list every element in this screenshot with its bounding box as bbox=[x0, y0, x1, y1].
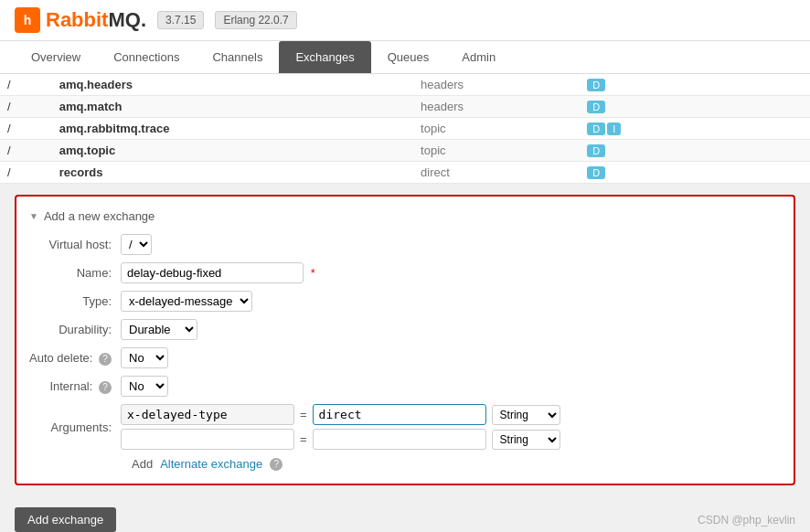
name-cell: amq.topic bbox=[52, 140, 413, 162]
name-control: * bbox=[121, 262, 315, 283]
version-badge: 3.7.15 bbox=[157, 11, 204, 29]
auto-delete-select[interactable]: No Yes bbox=[121, 347, 168, 368]
arg1-row: = String Number Boolean List bbox=[121, 404, 560, 425]
type-cell: headers bbox=[413, 96, 580, 118]
nav-admin[interactable]: Admin bbox=[445, 41, 512, 73]
eq-sign-2: = bbox=[300, 432, 307, 446]
internal-select[interactable]: No Yes bbox=[121, 376, 168, 397]
virtual-host-control: / bbox=[121, 234, 152, 255]
auto-delete-label: Auto delete: ? bbox=[29, 351, 121, 366]
arg2-type-select[interactable]: String Number Boolean List bbox=[492, 430, 560, 450]
arg2-val-input[interactable] bbox=[313, 429, 486, 450]
durability-control: Durable Transient bbox=[121, 319, 197, 340]
type-row: Type: x-delayed-message direct fanout he… bbox=[29, 291, 781, 312]
arguments-row: Arguments: = String Number Boolean List … bbox=[29, 404, 781, 450]
internal-control: No Yes bbox=[121, 376, 168, 397]
arg1-key-input[interactable] bbox=[121, 404, 294, 425]
durability-label: Durability: bbox=[29, 323, 121, 336]
badge-cell: D bbox=[580, 162, 725, 184]
type-cell: topic bbox=[413, 118, 580, 140]
badge-cell: D bbox=[580, 96, 725, 118]
arg2-key-input[interactable] bbox=[121, 429, 294, 450]
internal-label: Internal: ? bbox=[29, 379, 121, 394]
alternate-exchange-link[interactable]: Alternate exchange bbox=[160, 457, 262, 471]
erlang-badge: Erlang 22.0.7 bbox=[215, 11, 296, 29]
vhost-cell: / bbox=[0, 140, 52, 162]
arg1-val-input[interactable] bbox=[313, 404, 486, 425]
logo: h RabbitMQ. bbox=[15, 7, 146, 33]
nav-connections[interactable]: Connections bbox=[97, 41, 196, 73]
durability-select[interactable]: Durable Transient bbox=[121, 319, 197, 340]
durability-row: Durability: Durable Transient bbox=[29, 319, 781, 340]
badge-cell: D bbox=[580, 74, 725, 96]
name-cell: amq.match bbox=[52, 96, 413, 118]
badge-cell: DI bbox=[580, 118, 725, 140]
add-exchange-form: Add a new exchange Virtual host: / Name:… bbox=[15, 195, 795, 485]
exchanges-table: / amq.headers headers D / amq.match head… bbox=[0, 74, 810, 184]
auto-delete-row: Auto delete: ? No Yes bbox=[29, 347, 781, 368]
internal-row: Internal: ? No Yes bbox=[29, 376, 781, 397]
auto-delete-help-icon[interactable]: ? bbox=[99, 353, 112, 366]
name-label: Name: bbox=[29, 266, 121, 280]
section-title: Add a new exchange bbox=[29, 209, 781, 223]
virtual-host-label: Virtual host: bbox=[29, 238, 121, 251]
nav: Overview Connections Channels Exchanges … bbox=[0, 41, 810, 74]
vhost-cell: / bbox=[0, 96, 52, 118]
nav-exchanges[interactable]: Exchanges bbox=[279, 41, 370, 73]
name-cell: amq.headers bbox=[52, 74, 413, 96]
alt-exchange-help-icon[interactable]: ? bbox=[270, 458, 282, 471]
nav-overview[interactable]: Overview bbox=[15, 41, 97, 73]
type-control: x-delayed-message direct fanout headers … bbox=[121, 291, 252, 312]
auto-delete-control: No Yes bbox=[121, 347, 168, 368]
table-row: / amq.topic topic D bbox=[0, 140, 810, 162]
arguments-label: Arguments: bbox=[29, 420, 121, 434]
name-cell: records bbox=[52, 162, 413, 184]
type-label: Type: bbox=[29, 294, 121, 308]
table-row: / amq.match headers D bbox=[0, 96, 810, 118]
header: h RabbitMQ. 3.7.15 Erlang 22.0.7 bbox=[0, 0, 810, 41]
add-exchange-button[interactable]: Add exchange bbox=[15, 507, 116, 532]
logo-icon: h bbox=[15, 7, 40, 33]
bottom-row: Add Alternate exchange ? bbox=[29, 457, 781, 471]
nav-channels[interactable]: Channels bbox=[196, 41, 279, 73]
table-row: / amq.rabbitmq.trace topic DI bbox=[0, 118, 810, 140]
table-row: / records direct D bbox=[0, 162, 810, 184]
internal-help-icon[interactable]: ? bbox=[99, 381, 112, 394]
name-row: Name: * bbox=[29, 262, 781, 283]
vhost-cell: / bbox=[0, 74, 52, 96]
type-cell: headers bbox=[413, 74, 580, 96]
type-cell: direct bbox=[413, 162, 580, 184]
add-link: Add bbox=[132, 457, 153, 471]
vhost-cell: / bbox=[0, 162, 52, 184]
table-row: / amq.headers headers D bbox=[0, 74, 810, 96]
virtual-host-select[interactable]: / bbox=[121, 234, 152, 255]
arg2-row: = String Number Boolean List bbox=[121, 429, 560, 450]
type-select[interactable]: x-delayed-message direct fanout headers … bbox=[121, 291, 252, 312]
footer: Add exchange CSDN @php_kevlin bbox=[0, 496, 810, 532]
name-cell: amq.rabbitmq.trace bbox=[52, 118, 413, 140]
virtual-host-row: Virtual host: / bbox=[29, 234, 781, 255]
arguments-control: = String Number Boolean List = String Nu… bbox=[121, 404, 560, 450]
badge-cell: D bbox=[580, 140, 725, 162]
type-cell: topic bbox=[413, 140, 580, 162]
name-input[interactable] bbox=[121, 262, 304, 283]
watermark: CSDN @php_kevlin bbox=[698, 514, 795, 527]
eq-sign-1: = bbox=[300, 408, 307, 421]
required-star: * bbox=[311, 266, 315, 280]
nav-queues[interactable]: Queues bbox=[371, 41, 446, 73]
vhost-cell: / bbox=[0, 118, 52, 140]
logo-text: RabbitMQ. bbox=[46, 8, 146, 32]
arg1-type-select[interactable]: String Number Boolean List bbox=[492, 405, 560, 425]
